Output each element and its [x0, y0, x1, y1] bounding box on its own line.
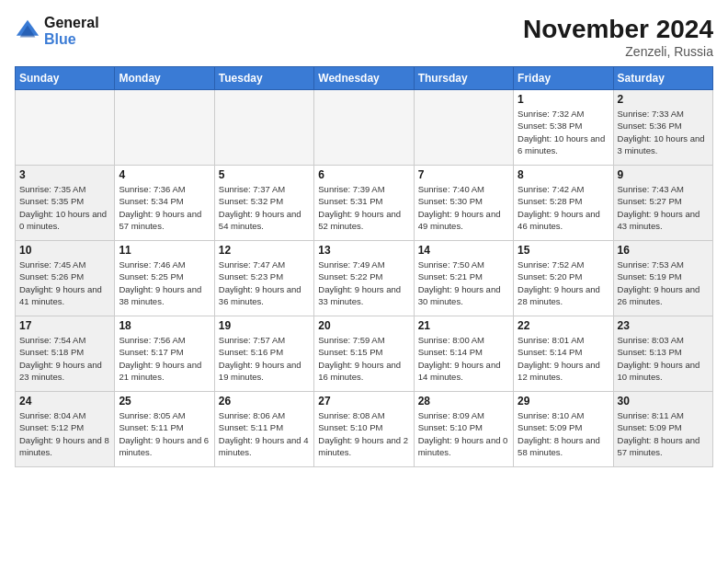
- calendar-header-row: Sunday Monday Tuesday Wednesday Thursday…: [16, 67, 713, 90]
- table-row: 19Sunrise: 7:57 AM Sunset: 5:16 PM Dayli…: [214, 316, 313, 392]
- day-info: Sunrise: 7:37 AM Sunset: 5:32 PM Dayligh…: [219, 183, 310, 232]
- day-info: Sunrise: 7:43 AM Sunset: 5:27 PM Dayligh…: [618, 183, 709, 232]
- calendar-week-row: 17Sunrise: 7:54 AM Sunset: 5:18 PM Dayli…: [16, 316, 713, 392]
- day-info: Sunrise: 8:03 AM Sunset: 5:13 PM Dayligh…: [618, 334, 709, 383]
- table-row: 18Sunrise: 7:56 AM Sunset: 5:17 PM Dayli…: [115, 316, 214, 392]
- day-number: 2: [618, 93, 709, 106]
- day-number: 20: [318, 319, 409, 332]
- table-row: 6Sunrise: 7:39 AM Sunset: 5:31 PM Daylig…: [314, 166, 414, 241]
- page-header: General Blue November 2024 Zenzeli, Russ…: [15, 15, 713, 59]
- day-number: 17: [19, 319, 110, 332]
- day-info: Sunrise: 7:50 AM Sunset: 5:21 PM Dayligh…: [418, 259, 509, 307]
- day-info: Sunrise: 8:04 AM Sunset: 5:12 PM Dayligh…: [19, 409, 110, 458]
- day-number: 7: [418, 168, 509, 181]
- table-row: [414, 90, 513, 166]
- day-info: Sunrise: 7:42 AM Sunset: 5:28 PM Dayligh…: [518, 183, 609, 232]
- table-row: 21Sunrise: 8:00 AM Sunset: 5:14 PM Dayli…: [414, 316, 513, 392]
- day-number: 6: [318, 168, 409, 181]
- table-row: 9Sunrise: 7:43 AM Sunset: 5:27 PM Daylig…: [613, 166, 712, 241]
- logo-icon: [15, 18, 40, 44]
- day-number: 18: [119, 319, 210, 332]
- table-row: 11Sunrise: 7:46 AM Sunset: 5:25 PM Dayli…: [115, 241, 214, 316]
- day-number: 30: [618, 395, 709, 408]
- table-row: 17Sunrise: 7:54 AM Sunset: 5:18 PM Dayli…: [16, 316, 115, 392]
- day-number: 13: [318, 244, 409, 257]
- day-number: 27: [318, 395, 409, 408]
- table-row: 20Sunrise: 7:59 AM Sunset: 5:15 PM Dayli…: [314, 316, 414, 392]
- calendar-week-row: 1Sunrise: 7:32 AM Sunset: 5:38 PM Daylig…: [16, 90, 713, 166]
- table-row: 26Sunrise: 8:06 AM Sunset: 5:11 PM Dayli…: [214, 392, 313, 467]
- day-number: 14: [418, 244, 509, 257]
- table-row: 22Sunrise: 8:01 AM Sunset: 5:14 PM Dayli…: [514, 316, 613, 392]
- header-friday: Friday: [514, 67, 613, 90]
- day-number: 24: [19, 395, 110, 408]
- header-sunday: Sunday: [16, 67, 115, 90]
- day-info: Sunrise: 7:49 AM Sunset: 5:22 PM Dayligh…: [318, 259, 409, 307]
- day-number: 29: [518, 395, 609, 408]
- day-info: Sunrise: 7:57 AM Sunset: 5:16 PM Dayligh…: [219, 334, 310, 383]
- day-info: Sunrise: 7:56 AM Sunset: 5:17 PM Dayligh…: [119, 334, 210, 383]
- table-row: 23Sunrise: 8:03 AM Sunset: 5:13 PM Dayli…: [613, 316, 712, 392]
- table-row: 10Sunrise: 7:45 AM Sunset: 5:26 PM Dayli…: [16, 241, 115, 316]
- header-thursday: Thursday: [414, 67, 513, 90]
- table-row: [214, 90, 313, 166]
- day-number: 15: [518, 244, 609, 257]
- table-row: 27Sunrise: 8:08 AM Sunset: 5:10 PM Dayli…: [314, 392, 414, 467]
- location: Zenzeli, Russia: [523, 44, 713, 59]
- table-row: 28Sunrise: 8:09 AM Sunset: 5:10 PM Dayli…: [414, 392, 513, 467]
- table-row: 8Sunrise: 7:42 AM Sunset: 5:28 PM Daylig…: [514, 166, 613, 241]
- day-number: 3: [19, 168, 110, 181]
- title-area: November 2024 Zenzeli, Russia: [523, 15, 713, 59]
- day-number: 4: [119, 168, 210, 181]
- day-info: Sunrise: 8:08 AM Sunset: 5:10 PM Dayligh…: [318, 409, 409, 458]
- day-info: Sunrise: 8:10 AM Sunset: 5:09 PM Dayligh…: [518, 409, 609, 458]
- table-row: 13Sunrise: 7:49 AM Sunset: 5:22 PM Dayli…: [314, 241, 414, 316]
- day-number: 28: [418, 395, 509, 408]
- table-row: [115, 90, 214, 166]
- table-row: 30Sunrise: 8:11 AM Sunset: 5:09 PM Dayli…: [613, 392, 712, 467]
- calendar-week-row: 10Sunrise: 7:45 AM Sunset: 5:26 PM Dayli…: [16, 241, 713, 316]
- table-row: 4Sunrise: 7:36 AM Sunset: 5:34 PM Daylig…: [115, 166, 214, 241]
- day-info: Sunrise: 7:39 AM Sunset: 5:31 PM Dayligh…: [318, 183, 409, 232]
- day-number: 26: [219, 395, 310, 408]
- calendar-week-row: 3Sunrise: 7:35 AM Sunset: 5:35 PM Daylig…: [16, 166, 713, 241]
- day-info: Sunrise: 7:36 AM Sunset: 5:34 PM Dayligh…: [119, 183, 210, 232]
- day-number: 11: [119, 244, 210, 257]
- day-number: 23: [618, 319, 709, 332]
- day-number: 21: [418, 319, 509, 332]
- day-number: 16: [618, 244, 709, 257]
- day-info: Sunrise: 7:47 AM Sunset: 5:23 PM Dayligh…: [219, 259, 310, 307]
- day-info: Sunrise: 7:59 AM Sunset: 5:15 PM Dayligh…: [318, 334, 409, 383]
- table-row: 5Sunrise: 7:37 AM Sunset: 5:32 PM Daylig…: [214, 166, 313, 241]
- day-number: 9: [618, 168, 709, 181]
- day-info: Sunrise: 7:32 AM Sunset: 5:38 PM Dayligh…: [518, 108, 609, 156]
- day-info: Sunrise: 7:46 AM Sunset: 5:25 PM Dayligh…: [119, 259, 210, 307]
- day-info: Sunrise: 8:06 AM Sunset: 5:11 PM Dayligh…: [219, 409, 310, 458]
- day-number: 5: [219, 168, 310, 181]
- header-wednesday: Wednesday: [314, 67, 414, 90]
- header-saturday: Saturday: [613, 67, 712, 90]
- table-row: 3Sunrise: 7:35 AM Sunset: 5:35 PM Daylig…: [16, 166, 115, 241]
- table-row: 16Sunrise: 7:53 AM Sunset: 5:19 PM Dayli…: [613, 241, 712, 316]
- table-row: 2Sunrise: 7:33 AM Sunset: 5:36 PM Daylig…: [613, 90, 712, 166]
- header-monday: Monday: [115, 67, 214, 90]
- calendar-table: Sunday Monday Tuesday Wednesday Thursday…: [15, 66, 713, 467]
- logo-text-line2: Blue: [44, 31, 99, 48]
- header-tuesday: Tuesday: [214, 67, 313, 90]
- table-row: 25Sunrise: 8:05 AM Sunset: 5:11 PM Dayli…: [115, 392, 214, 467]
- table-row: [16, 90, 115, 166]
- table-row: 29Sunrise: 8:10 AM Sunset: 5:09 PM Dayli…: [514, 392, 613, 467]
- day-info: Sunrise: 7:33 AM Sunset: 5:36 PM Dayligh…: [618, 108, 709, 156]
- day-info: Sunrise: 7:53 AM Sunset: 5:19 PM Dayligh…: [618, 259, 709, 307]
- calendar-week-row: 24Sunrise: 8:04 AM Sunset: 5:12 PM Dayli…: [16, 392, 713, 467]
- day-number: 12: [219, 244, 310, 257]
- day-info: Sunrise: 8:05 AM Sunset: 5:11 PM Dayligh…: [119, 409, 210, 458]
- day-info: Sunrise: 8:00 AM Sunset: 5:14 PM Dayligh…: [418, 334, 509, 383]
- day-number: 19: [219, 319, 310, 332]
- day-number: 1: [518, 93, 609, 106]
- table-row: 7Sunrise: 7:40 AM Sunset: 5:30 PM Daylig…: [414, 166, 513, 241]
- day-number: 10: [19, 244, 110, 257]
- logo: General Blue: [15, 15, 99, 47]
- table-row: 1Sunrise: 7:32 AM Sunset: 5:38 PM Daylig…: [514, 90, 613, 166]
- table-row: 24Sunrise: 8:04 AM Sunset: 5:12 PM Dayli…: [16, 392, 115, 467]
